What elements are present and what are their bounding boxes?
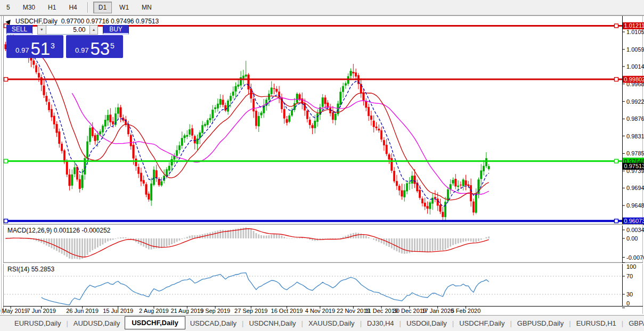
sell-button[interactable]: SELL bbox=[6, 25, 32, 35]
spacer bbox=[32, 25, 37, 35]
tab-usdcnh-daily[interactable]: USDCNH,Daily bbox=[244, 317, 300, 330]
date-axis: 20 May 20197 Jun 201926 Jun 201915 Jul 2… bbox=[0, 307, 480, 314]
bid-price-point: 3 bbox=[51, 42, 55, 50]
lot-decrease-button[interactable]: ▼ bbox=[37, 25, 46, 35]
tab-audusd-daily[interactable]: AUDUSD,Daily bbox=[69, 317, 125, 330]
price-tag-1.01211: 1.01211 bbox=[624, 22, 644, 29]
date-tick-label[interactable]: 5 Feb 2020 bbox=[451, 308, 481, 314]
price-tick-label: 0.97850 bbox=[626, 150, 644, 156]
chart-title: USDCHF,Daily bbox=[15, 18, 58, 25]
date-tick-label[interactable]: 20 May 2019 bbox=[0, 308, 28, 314]
hline-handle[interactable] bbox=[4, 159, 8, 163]
tab-xauusd-daily[interactable]: XAUUSD,Daily bbox=[304, 317, 360, 330]
hline-handle[interactable] bbox=[615, 24, 618, 28]
tab-usdoil-daily[interactable]: USDOil,Daily bbox=[402, 317, 452, 330]
timeframe-toolbar: 5M30H1H4D1W1MN bbox=[0, 0, 644, 15]
bid-price-box[interactable]: 0.97 51 3 bbox=[6, 35, 63, 58]
tab-usdcad-daily[interactable]: USDCAD,Daily bbox=[185, 317, 241, 330]
tab-usdchf-daily[interactable]: USDCHF,Daily bbox=[125, 316, 185, 329]
bid-price-pips: 51 bbox=[30, 41, 50, 56]
date-tick-label[interactable]: 26 Jun 2019 bbox=[66, 308, 99, 314]
toolbar-separator bbox=[87, 2, 88, 13]
tab-dj30-h4[interactable]: DJ30,H4 bbox=[362, 317, 399, 330]
lot-increase-button[interactable]: ▲ bbox=[89, 25, 99, 35]
date-tick-label[interactable]: 4 Nov 2019 bbox=[305, 308, 335, 314]
tf-button-d1[interactable]: D1 bbox=[93, 2, 112, 13]
ask-price-pips: 53 bbox=[90, 41, 110, 56]
tab-gbpusd-daily[interactable]: GBPUSD,Daily bbox=[512, 317, 568, 330]
tab-eurusd-h1[interactable]: EURUSD,H1 bbox=[572, 317, 621, 330]
date-tick-label[interactable]: 15 Jul 2019 bbox=[103, 308, 133, 314]
date-tick-label[interactable]: 9 Sep 2019 bbox=[200, 308, 230, 314]
macd-axis-label: 0.003428 bbox=[626, 227, 644, 233]
tf-button-mn[interactable]: MN bbox=[136, 2, 157, 13]
price-tag-0.99802: 0.99802 bbox=[624, 76, 644, 82]
hline-handle[interactable] bbox=[4, 219, 8, 223]
price-tag-0.96073: 0.96073 bbox=[624, 218, 644, 224]
date-tick-label[interactable]: 21 Aug 2019 bbox=[170, 308, 203, 314]
price-tick-label: 1.00140 bbox=[626, 63, 644, 70]
lot-size-input[interactable] bbox=[46, 25, 89, 35]
one-click-trade-panel: SELL ▼ ▲ BUY 0.97 51 3 0.97 53 5 bbox=[6, 25, 129, 58]
hline-handle[interactable] bbox=[615, 219, 618, 223]
price-tick-label: 0.98760 bbox=[626, 115, 644, 122]
date-tick-label[interactable]: 2 Aug 2019 bbox=[139, 308, 169, 314]
price-tick-label: 0.96480 bbox=[626, 202, 644, 209]
chevron-down-icon: ▼ bbox=[40, 28, 44, 31]
rsi-axis-label: 70 bbox=[626, 273, 633, 279]
date-tick-label[interactable]: 16 Oct 2019 bbox=[271, 308, 303, 314]
chart-titlebar: USDCHF,Daily 0.97700 0.97716 0.97496 0.9… bbox=[6, 18, 159, 25]
tf-button-5[interactable]: 5 bbox=[1, 2, 15, 13]
ask-price-box[interactable]: 0.97 53 5 bbox=[66, 35, 123, 58]
tf-button-m30[interactable]: M30 bbox=[18, 2, 40, 13]
price-tick-label: 0.98310 bbox=[626, 133, 644, 139]
ask-price-prefix: 0.97 bbox=[75, 46, 88, 54]
chevron-up-icon: ▲ bbox=[92, 28, 95, 31]
spacer bbox=[98, 25, 103, 35]
rsi-axis-label: 0 bbox=[626, 300, 630, 307]
ask-price-point: 5 bbox=[110, 42, 115, 50]
price-tick-label: 0.99220 bbox=[626, 98, 644, 105]
date-tick-label[interactable]: 7 Jun 2019 bbox=[27, 308, 55, 314]
price-tick-label: 1.01050 bbox=[626, 29, 644, 35]
bid-price-prefix: 0.97 bbox=[15, 46, 29, 54]
chart-ohlc-values: 0.97700 0.97716 0.97496 0.97513 bbox=[61, 18, 159, 25]
price-tick-label: 0.96940 bbox=[626, 185, 644, 191]
trading-terminal: { "toolbar": { "timeframes": [ {"label":… bbox=[0, 0, 644, 331]
tab-eurusd-daily[interactable]: EURUSD,Daily bbox=[10, 317, 66, 330]
macd-axis-label: 0.00 bbox=[626, 235, 638, 242]
macd-axis-label: -0.007615 bbox=[626, 254, 644, 261]
hline-handle[interactable] bbox=[4, 78, 8, 81]
subwindow-arrow-icon[interactable] bbox=[5, 18, 12, 24]
rsi-indicator-label: RSI(14) 55.2853 bbox=[7, 266, 54, 273]
hline-handle[interactable] bbox=[615, 159, 618, 163]
tf-button-h4[interactable]: H4 bbox=[63, 2, 82, 13]
macd-indicator-label: MACD(12,26,9) 0.001126 -0.000252 bbox=[7, 227, 110, 234]
buy-button[interactable]: BUY bbox=[103, 25, 129, 35]
date-tick-label[interactable]: 17 Jan 2020 bbox=[421, 308, 454, 314]
tab-gbpaud-h1[interactable]: GBPAUD,H1 bbox=[624, 317, 644, 330]
tf-button-h1[interactable]: H1 bbox=[43, 2, 61, 13]
tab-usdchf-daily[interactable]: USDCHF,Daily bbox=[454, 317, 509, 330]
date-tick-label[interactable]: 27 Sep 2019 bbox=[234, 308, 267, 314]
symbol-tabbar: EURUSD,Daily|AUDUSD,DailyUSDCHF,DailyUSD… bbox=[0, 315, 644, 331]
price-tick-label: 1.00590 bbox=[626, 46, 644, 53]
hline-handle[interactable] bbox=[615, 78, 618, 81]
rsi-axis-label: 100 bbox=[626, 263, 636, 270]
tf-button-w1[interactable]: W1 bbox=[114, 2, 134, 13]
price-tag-0.97513: 0.97513 bbox=[624, 163, 644, 169]
rsi-axis-label: 30 bbox=[626, 291, 633, 297]
